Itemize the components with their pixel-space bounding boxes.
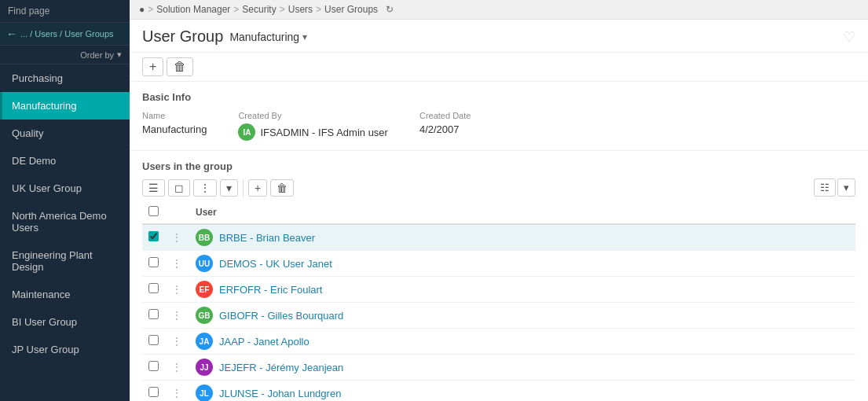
breadcrumb-sep-2: > [233, 4, 239, 15]
row-checkbox[interactable] [148, 309, 159, 319]
user-cell: JJJEJEFR - Jérémy Jeanjean [196, 359, 849, 376]
breadcrumb-sep-3: > [280, 4, 285, 15]
row-checkbox[interactable] [148, 361, 159, 371]
filter-btn[interactable]: ◻ [168, 179, 190, 197]
user-name-link[interactable]: ERFOFR - Eric Foulart [219, 284, 322, 296]
row-context-menu[interactable]: ⋮ [171, 361, 183, 373]
select-all-checkbox[interactable] [148, 206, 159, 216]
created-by-label: Created By [238, 111, 388, 120]
add-button[interactable]: + [142, 57, 163, 76]
row-context-menu[interactable]: ⋮ [171, 335, 183, 348]
sidebar-item-maintenance[interactable]: Maintenance [0, 281, 130, 308]
name-value: Manufacturing [142, 123, 207, 135]
group-btn[interactable]: ⋮ [193, 179, 217, 197]
created-date-value: 4/2/2007 [419, 123, 471, 135]
user-cell: JAJAAP - Janet Apollo [196, 333, 849, 350]
remove-user-btn[interactable]: 🗑 [270, 179, 294, 197]
sidebar-item-bi-user-group[interactable]: BI User Group [0, 308, 130, 336]
favorite-icon[interactable]: ♡ [843, 28, 855, 46]
order-by-arrow[interactable]: ▾ [117, 50, 122, 60]
table-row: ⋮UUDEMOS - UK User Janet [142, 251, 855, 277]
view-options-btn[interactable]: ▾ [837, 178, 855, 197]
breadcrumb-sep-1: > [148, 4, 153, 15]
created-date-col: Created Date 4/2/2007 [419, 111, 471, 141]
sidebar-item-uk-user-group[interactable]: UK User Group [0, 175, 130, 202]
col-header-user: User [189, 201, 855, 224]
user-name-link[interactable]: JLUNSE - Johan Lundgren [219, 388, 341, 399]
back-icon[interactable]: ← [6, 28, 17, 40]
find-page-label: Find page [8, 6, 49, 17]
toolbar-separator [243, 179, 244, 197]
created-by-row: IA IFSADMIN - IFS Admin user [238, 123, 388, 141]
breadcrumb-users[interactable]: Users [288, 4, 313, 15]
user-avatar: GB [196, 307, 213, 324]
row-context-menu[interactable]: ⋮ [171, 309, 183, 322]
user-name-link[interactable]: BRBE - Brian Beaver [219, 232, 315, 244]
user-cell: JLJLUNSE - Johan Lundgren [196, 384, 849, 401]
dropdown-btn[interactable]: ▾ [220, 179, 238, 197]
page-title-row: User Group Manufacturing ▾ [142, 28, 307, 46]
sidebar-item-engineering-plant-design[interactable]: Engineering Plant Design [0, 241, 130, 281]
user-avatar: JL [196, 384, 213, 401]
delete-button[interactable]: 🗑 [167, 57, 193, 76]
group-name-text: Manufacturing [229, 31, 299, 43]
find-page-bar[interactable]: Find page [0, 0, 130, 23]
table-row: ⋮GBGIBOFR - Gilles Bourquard [142, 303, 855, 329]
table-row: ⋮JAJAAP - Janet Apollo [142, 329, 855, 355]
row-checkbox[interactable] [148, 231, 159, 241]
row-checkbox[interactable] [148, 335, 159, 345]
main-scroll-area: User Group Manufacturing ▾ ♡ + 🗑 Basic I… [130, 20, 868, 401]
sidebar-item-manufacturing[interactable]: Manufacturing [0, 92, 130, 120]
breadcrumb-security[interactable]: Security [242, 4, 276, 15]
list-view-btn[interactable]: ☰ [142, 179, 165, 197]
created-date-label: Created Date [419, 111, 471, 120]
sidebar-item-jp-user-group[interactable]: JP User Group [0, 336, 130, 363]
grid-view-btn[interactable]: ☷ [814, 178, 836, 197]
main-content: ● > Solution Manager > Security > Users … [130, 0, 868, 401]
name-label: Name [142, 111, 207, 120]
row-checkbox[interactable] [148, 283, 159, 293]
sidebar-breadcrumb[interactable]: ← ... / Users / User Groups [0, 23, 130, 46]
user-name-link[interactable]: GIBOFR - Gilles Bourquard [219, 310, 343, 322]
user-name-link[interactable]: JEJEFR - Jérémy Jeanjean [219, 362, 343, 373]
sidebar-item-quality[interactable]: Quality [0, 120, 130, 147]
table-row: ⋮JLJLUNSE - Johan Lundgren [142, 381, 855, 402]
group-dropdown-arrow[interactable]: ▾ [302, 31, 307, 42]
row-context-menu[interactable]: ⋮ [171, 387, 183, 399]
row-checkbox[interactable] [148, 387, 159, 397]
row-context-menu[interactable]: ⋮ [171, 231, 183, 244]
refresh-icon[interactable]: ↻ [386, 4, 394, 15]
created-by-col: Created By IA IFSADMIN - IFS Admin user [238, 111, 388, 141]
sidebar-item-north-america-demo-users[interactable]: North America Demo Users [0, 202, 130, 241]
user-avatar: JJ [196, 359, 213, 376]
breadcrumb-sep-4: > [316, 4, 321, 15]
breadcrumb-user-groups[interactable]: User Groups [324, 4, 378, 15]
table-row: ⋮EFERFOFR - Eric Foulart [142, 277, 855, 303]
page-header: User Group Manufacturing ▾ ♡ [130, 20, 868, 53]
row-checkbox[interactable] [148, 257, 159, 267]
breadcrumb-home[interactable]: ● [139, 4, 145, 15]
basic-info-section: Basic Info Name Manufacturing Created By… [130, 82, 868, 151]
users-section-title: Users in the group [142, 160, 855, 172]
basic-info-title: Basic Info [142, 91, 855, 103]
user-name-link[interactable]: DEMOS - UK User Janet [219, 258, 332, 270]
breadcrumb-solution-manager[interactable]: Solution Manager [156, 4, 230, 15]
sidebar-item-purchasing[interactable]: Purchasing [0, 64, 130, 92]
user-avatar: JA [196, 333, 213, 350]
user-cell: BBBRBE - Brian Beaver [196, 229, 849, 246]
row-context-menu[interactable]: ⋮ [171, 257, 183, 270]
user-cell: GBGIBOFR - Gilles Bourquard [196, 307, 849, 324]
add-user-btn[interactable]: + [248, 179, 267, 197]
sidebar-item-de-demo[interactable]: DE Demo [0, 147, 130, 175]
user-name-link[interactable]: JAAP - Janet Apollo [219, 336, 309, 348]
created-by-avatar: IA [238, 123, 255, 141]
main-toolbar: + 🗑 [130, 53, 868, 82]
top-breadcrumb-bar: ● > Solution Manager > Security > Users … [130, 0, 868, 20]
sidebar-order-by[interactable]: Order by ▾ [0, 46, 130, 64]
users-section: Users in the group ☰ ◻ ⋮ ▾ + 🗑 ☷ ▾ [130, 151, 868, 401]
basic-info-grid: Name Manufacturing Created By IA IFSADMI… [142, 111, 855, 141]
col-header-check [142, 201, 165, 224]
sidebar-items-list: PurchasingManufacturingQualityDE DemoUK … [0, 64, 130, 363]
row-context-menu[interactable]: ⋮ [171, 283, 183, 296]
table-row: ⋮BBBRBE - Brian Beaver [142, 224, 855, 251]
